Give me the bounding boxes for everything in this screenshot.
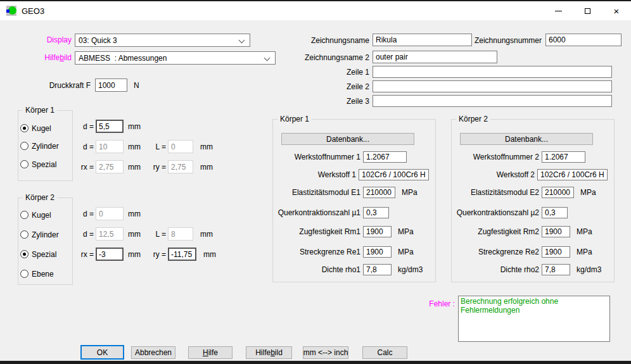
zeichnungsname-input[interactable] [373,34,472,46]
zugfestigkeit2-label: Zugfestigkeit Rm2 [452,227,539,236]
zeile2-input[interactable] [373,80,612,92]
koerper1-ry-input [168,160,193,173]
koerper1-d2-input [96,140,124,153]
koerper2-d-row: d = mm [77,207,141,220]
unit-label: mm [128,163,141,172]
koerper1-material-title: Körper 1 [277,115,312,123]
koerper2-ry-input[interactable] [168,248,196,261]
radio-icon [20,160,29,168]
zeichnungsname-label: Zeichnungsname [304,36,369,45]
radio-zylinder-1-label: Zylinder [32,142,59,151]
radio-spezial-1-label: Spezial [32,160,56,169]
radio-icon [20,230,29,239]
koerper1-geometry-title: Körper 1 [23,106,57,115]
unit-label: kg/dm3 [577,265,601,274]
querkontraktion2-input[interactable] [542,207,568,218]
app-icon [6,6,16,16]
hilfe-button[interactable]: Hilfe [188,346,233,359]
radio-icon [20,142,29,150]
koerper1-material-group: Körper 1 Datenbank... Werkstoffnummer 1 … [272,119,436,282]
minimize-icon [555,11,562,11]
abbrechen-button[interactable]: Abbrechen [131,346,175,359]
dichte2-input[interactable] [542,264,570,275]
werkstoffnummer1-label: Werkstoffnummer 1 [273,153,360,161]
radio-zylinder-2[interactable]: Zylinder [20,230,59,239]
radio-kugel-2-label: Kugel [32,211,51,220]
zeile1-input[interactable] [373,66,612,78]
zeile3-input[interactable] [373,95,612,107]
radio-kugel-1[interactable]: Kugel [20,123,51,133]
window-title: GEO3 [22,6,44,16]
dialog-window: GEO3 × Display 03: Quick 3 Hilfebild ABM… [0,1,631,361]
koerper2-material-title: Körper 2 [456,115,490,123]
display-combobox-value: 03: Quick 3 [75,36,117,45]
chevron-down-icon [239,37,245,44]
radio-zylinder-1[interactable]: Zylinder [20,141,59,151]
koerper2-geometry-title: Körper 2 [23,193,57,202]
dichte1-input[interactable] [363,264,392,275]
koerper2-rx-input[interactable] [96,248,124,261]
d-label: d = [77,210,94,218]
werkstoff2-input[interactable] [537,169,608,180]
zeichnungsname2-label: Zeichnungsname 2 [295,53,369,62]
koerper1-rx-input [96,160,124,173]
emodul1-input[interactable] [363,187,395,198]
werkstoff2-label: Werkstoff 2 [452,170,535,179]
druckkraft-input[interactable] [95,78,127,92]
maximize-button[interactable] [573,1,602,20]
radio-ebene-2-label: Ebene [32,270,54,279]
unit-label: mm [128,250,141,259]
unit-label: MPa [398,248,414,256]
querkontraktion2-label: Querkontraktionszahl µ2 [452,208,539,217]
datenbank-button-1[interactable]: Datenbank... [281,133,414,145]
radio-ebene-2[interactable]: Ebene [20,269,54,279]
zugfestigkeit2-input[interactable] [542,226,570,237]
hilfebild-combobox[interactable]: ABMESS : Abmessungen [75,51,276,65]
unit-label: mm [203,250,216,259]
unit-label: mm [128,230,141,239]
werkstoffnummer1-input[interactable] [363,151,407,163]
koerper1-d-input[interactable] [96,120,124,133]
werkstoff1-input[interactable] [359,169,429,180]
emodul2-input[interactable] [542,187,574,198]
display-combobox[interactable]: 03: Quick 3 [75,34,250,47]
d-label: d = [77,230,94,239]
koerper1-rxry-row: rx = mm ry = mm [77,160,213,173]
zeichnungsnummer-label: Zeichnungsnummer [462,36,542,45]
rx-label: rx = [77,250,94,259]
zugfestigkeit1-input[interactable] [363,226,392,237]
streckgrenze2-input[interactable] [542,246,570,258]
minimize-button[interactable] [544,1,573,20]
zeichnungsnummer-input[interactable] [545,34,621,46]
werkstoffnummer2-input[interactable] [542,151,585,163]
unit-label: mm [200,142,213,151]
datenbank-button-2[interactable]: Datenbank... [460,133,593,145]
chevron-down-icon [264,55,271,61]
fehler-message: Berechnung erfolgreich ohne Fehlermeldun… [461,297,608,315]
druckkraft-label: Druckkraft F [38,81,91,90]
werkstoff1-label: Werkstoff 1 [273,170,356,179]
calc-button[interactable]: Calc [362,346,407,359]
maximize-icon [585,8,590,14]
radio-kugel-2[interactable]: Kugel [20,210,51,220]
querkontraktion1-input[interactable] [363,207,389,218]
radio-spezial-2[interactable]: Spezial [20,249,56,259]
radio-icon [20,270,29,278]
mm-inch-button[interactable]: mm <--> inch [303,346,348,359]
unit-label: mm [200,163,213,172]
streckgrenze1-input[interactable] [363,246,392,258]
hilfebild-button[interactable]: Hilfebild [246,346,292,359]
zeile1-label: Zeile 1 [329,68,369,77]
zeile3-label: Zeile 3 [329,97,369,106]
title-bar[interactable]: GEO3 × [0,1,631,20]
dichte1-label: Dichte rho1 [273,265,360,274]
close-button[interactable]: × [602,1,631,20]
zeichnungsname2-input[interactable] [373,51,497,63]
radio-spezial-1[interactable]: Spezial [20,160,56,169]
koerper2-rxry-row: rx = mm ry = mm [77,248,216,261]
streckgrenze2-label: Streckgrenze Re2 [452,248,539,256]
unit-label: MPa [580,188,596,197]
ok-button[interactable]: OK [80,345,124,360]
rx-label: rx = [77,163,94,172]
l-label: L = [141,230,166,239]
